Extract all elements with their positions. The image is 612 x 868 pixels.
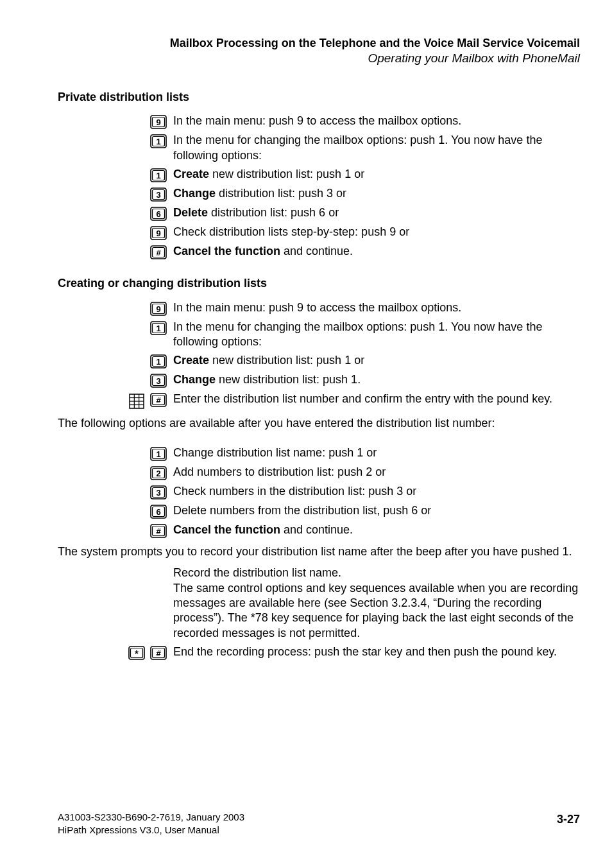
instruction-text: Enter the distribution list number and c… <box>173 392 580 406</box>
instruction-row: # Cancel the function and continue. <box>58 244 580 259</box>
svg-text:1: 1 <box>156 324 160 333</box>
instruction-row: 1 In the menu for changing the mailbox o… <box>58 133 580 163</box>
footer-line-1: A31003-S2330-B690-2-7619, January 2003 <box>58 811 580 824</box>
keypad-icon <box>128 393 145 410</box>
svg-text:9: 9 <box>156 117 160 127</box>
key-hash-icon: # <box>150 646 167 660</box>
instruction-row: 1 In the menu for changing the mailbox o… <box>58 320 580 350</box>
key-3-icon: 3 <box>150 485 167 499</box>
key-1-icon: 1 <box>150 321 167 335</box>
instruction-row: 1 Create new distribution list: push 1 o… <box>58 353 580 369</box>
instruction-text: End the recording process: push the star… <box>173 645 580 659</box>
instruction-text: In the main menu: push 9 to access the m… <box>173 114 580 128</box>
instruction-row: 6 Delete distribution list: push 6 or <box>58 205 580 221</box>
instruction-text: Cancel the function and continue. <box>173 244 580 259</box>
instruction-row: * # End the recording process: push the … <box>58 645 580 660</box>
key-3-icon: 3 <box>150 187 167 202</box>
instruction-text: In the main menu: push 9 to access the m… <box>173 300 580 315</box>
svg-text:#: # <box>156 395 161 405</box>
document-page: Mailbox Processing on the Telephone and … <box>0 0 612 868</box>
key-icon-col: 6 <box>58 503 173 519</box>
page-header: Mailbox Processing on the Telephone and … <box>58 36 580 67</box>
svg-text:3: 3 <box>156 376 160 386</box>
paragraph: The following options are available afte… <box>58 416 580 431</box>
instruction-row: 3 Check numbers in the distribution list… <box>58 484 580 499</box>
svg-text:3: 3 <box>156 488 160 498</box>
section-title-creating-or-changing: Creating or changing distribution lists <box>58 276 580 291</box>
svg-text:1: 1 <box>156 449 160 459</box>
instruction-row: 3 Change new distribution list: push 1. <box>58 372 580 388</box>
key-icon-col: 9 <box>58 300 173 316</box>
key-icon-col: 1 <box>58 446 173 461</box>
key-icon-col: * # <box>58 645 173 660</box>
instruction-text: Check distribution lists step-by-step: p… <box>173 225 580 239</box>
instruction-row: 9 Check distribution lists step-by-step:… <box>58 225 580 240</box>
key-1-icon: 1 <box>150 168 167 182</box>
key-9-icon: 9 <box>150 115 167 129</box>
key-icon-col <box>58 566 173 567</box>
svg-text:#: # <box>156 526 161 536</box>
svg-text:1: 1 <box>156 357 160 367</box>
key-icon-col: 1 <box>58 320 173 335</box>
key-icon-col: # <box>58 523 173 538</box>
key-6-icon: 6 <box>150 505 167 519</box>
key-icon-col: 3 <box>58 186 173 202</box>
key-icon-col: 1 <box>58 167 173 182</box>
header-title: Mailbox Processing on the Telephone and … <box>58 36 580 51</box>
instruction-row: # Cancel the function and continue. <box>58 523 580 538</box>
key-icon-col: 1 <box>58 133 173 148</box>
key-hash-icon: # <box>150 393 167 410</box>
paragraph: The system prompts you to record your di… <box>58 544 580 559</box>
key-6-icon: 6 <box>150 207 167 221</box>
key-star-icon: * <box>128 646 145 660</box>
svg-text:6: 6 <box>156 507 160 517</box>
section-title-private-distribution-lists: Private distribution lists <box>58 90 580 105</box>
instruction-text: In the menu for changing the mailbox opt… <box>173 320 580 350</box>
svg-text:#: # <box>156 248 161 257</box>
key-icon-col: 9 <box>58 225 173 240</box>
key-1-icon: 1 <box>150 134 167 148</box>
svg-text:*: * <box>135 648 139 659</box>
instruction-row: Record the distribution list name. The s… <box>58 566 580 641</box>
key-icon-col: 6 <box>58 205 173 221</box>
key-hash-icon: # <box>150 245 167 259</box>
key-icon-col: # <box>58 392 173 410</box>
instruction-row: 9 In the main menu: push 9 to access the… <box>58 300 580 316</box>
instruction-text: Change new distribution list: push 1. <box>173 372 580 387</box>
instruction-row: 3 Change distribution list: push 3 or <box>58 186 580 202</box>
svg-text:9: 9 <box>156 304 160 314</box>
instruction-row: 1 Change distribution list name: push 1 … <box>58 446 580 461</box>
instruction-text: Cancel the function and continue. <box>173 523 580 537</box>
svg-text:9: 9 <box>156 229 160 238</box>
key-2-icon: 2 <box>150 466 167 480</box>
instruction-text: Delete numbers from the distribution lis… <box>173 503 580 518</box>
key-1-icon: 1 <box>150 447 167 461</box>
instruction-text: Check numbers in the distribution list: … <box>173 484 580 499</box>
key-icon-col: 9 <box>58 114 173 129</box>
svg-text:3: 3 <box>156 190 160 200</box>
svg-text:2: 2 <box>156 469 160 478</box>
instruction-text: Change distribution list: push 3 or <box>173 186 580 201</box>
instruction-row: 2 Add numbers to distribution list: push… <box>58 465 580 480</box>
instruction-row: 1 Create new distribution list: push 1 o… <box>58 167 580 182</box>
key-hash-icon: # <box>150 524 167 538</box>
instruction-text: Add numbers to distribution list: push 2… <box>173 465 580 480</box>
instruction-row: 6 Delete numbers from the distribution l… <box>58 503 580 519</box>
page-number: 3-27 <box>557 812 580 827</box>
key-icon-col: 1 <box>58 353 173 369</box>
key-icon-col: 3 <box>58 372 173 388</box>
footer-line-2: HiPath Xpressions V3.0, User Manual <box>58 824 580 837</box>
svg-text:1: 1 <box>156 137 160 146</box>
key-3-icon: 3 <box>150 374 167 388</box>
key-9-icon: 9 <box>150 302 167 316</box>
instruction-text: Create new distribution list: push 1 or <box>173 167 580 182</box>
instruction-text: Create new distribution list: push 1 or <box>173 353 580 368</box>
instruction-text: In the menu for changing the mailbox opt… <box>173 133 580 163</box>
key-icon-col: 2 <box>58 465 173 480</box>
instruction-text: Delete distribution list: push 6 or <box>173 205 580 220</box>
key-9-icon: 9 <box>150 226 167 240</box>
instruction-text: Record the distribution list name. The s… <box>173 566 580 641</box>
svg-text:6: 6 <box>156 209 160 219</box>
key-icon-col: 3 <box>58 484 173 499</box>
header-subtitle: Operating your Mailbox with PhoneMail <box>58 51 580 67</box>
